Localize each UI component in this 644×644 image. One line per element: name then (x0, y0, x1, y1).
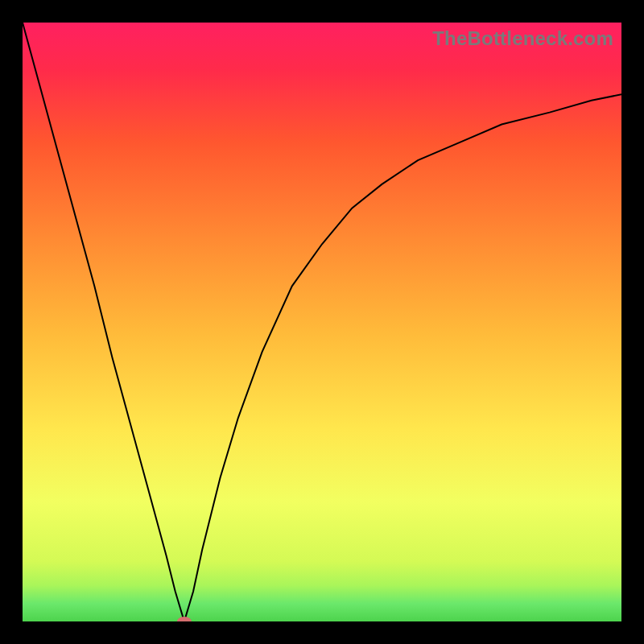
bottleneck-curve (23, 23, 621, 621)
chart-svg (23, 23, 621, 621)
chart-frame: TheBottleneck.com (0, 0, 644, 644)
watermark-text: TheBottleneck.com (432, 27, 613, 50)
plot-area: TheBottleneck.com (23, 23, 621, 621)
minimum-marker (177, 617, 192, 621)
